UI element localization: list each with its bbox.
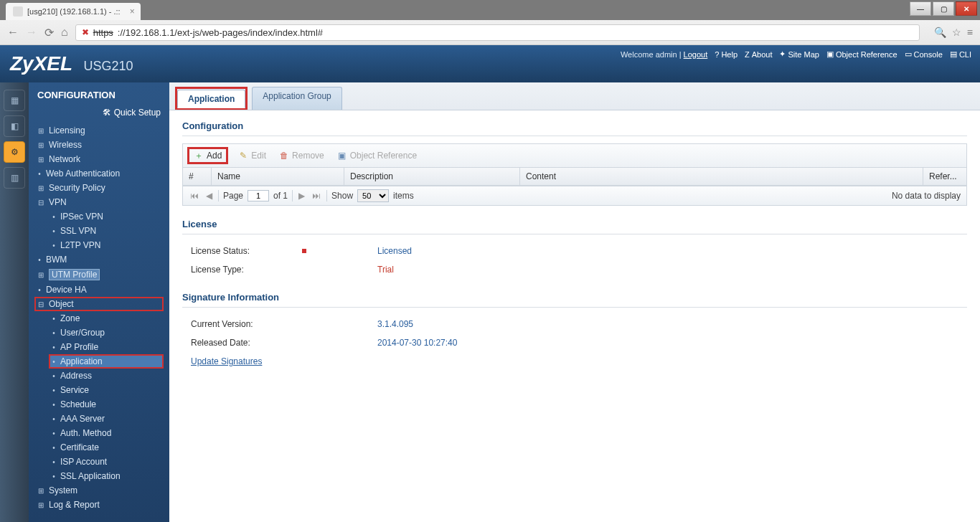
bullet-icon: • — [37, 170, 42, 178]
license-type-row: License Type: Trial — [182, 260, 967, 279]
sig-version-value: 3.1.4.095 — [377, 319, 413, 329]
pager: ⏮ ◀ Page of 1 ▶ ⏭ Show 50 items No data … — [183, 186, 966, 205]
bullet-icon: • — [52, 372, 56, 380]
sidebar-item-security[interactable]: ⊞Security Policy — [34, 181, 164, 195]
url-rest: ://192.168.1.1/ext-js/web-pages/index/in… — [118, 27, 323, 38]
section-configuration: Configuration — [182, 120, 967, 131]
bullet-icon: • — [52, 329, 56, 337]
add-button-highlight: ＋Add — [187, 147, 228, 164]
back-icon[interactable]: ← — [7, 26, 19, 39]
sig-version-row: Current Version: 3.1.4.095 — [182, 315, 967, 333]
license-type-label: License Type: — [191, 265, 377, 275]
sidebar-item-l2tp[interactable]: •L2TP VPN — [49, 238, 164, 252]
tab-application-highlight: Application — [175, 87, 248, 110]
rail-monitor[interactable]: ◧ — [4, 115, 25, 137]
url-protocol: https — [93, 27, 113, 38]
console-link[interactable]: ▭Console — [905, 49, 943, 59]
sidebar-item-application[interactable]: •Application — [49, 354, 164, 369]
window-minimize-button[interactable]: — — [910, 1, 931, 16]
favicon-icon — [13, 6, 23, 16]
pager-last-icon[interactable]: ⏭ — [311, 191, 322, 201]
sidebar-item-certificate[interactable]: •Certificate — [49, 440, 164, 455]
window-close-button[interactable]: ✕ — [956, 1, 977, 16]
tab-close-icon[interactable]: × — [130, 6, 135, 16]
divider — [292, 190, 293, 201]
pager-pagesize-select[interactable]: 50 — [357, 189, 389, 202]
update-signatures-link[interactable]: Update Signatures — [191, 356, 262, 366]
home-icon[interactable]: ⌂ — [61, 26, 68, 39]
add-button[interactable]: ＋Add — [191, 149, 225, 162]
sidebar-item-approfile[interactable]: •AP Profile — [49, 340, 164, 354]
sidebar-item-service[interactable]: •Service — [49, 383, 164, 397]
rail-maintenance[interactable]: ▥ — [4, 167, 25, 189]
tab-application-group[interactable]: Application Group — [252, 87, 341, 110]
collapse-icon: ⊟ — [37, 199, 44, 207]
add-icon: ＋ — [194, 151, 204, 161]
sidebar-title: CONFIGURATION — [29, 82, 169, 105]
sidebar-item-usergroup[interactable]: •User/Group — [49, 326, 164, 340]
tab-application[interactable]: Application — [177, 90, 245, 108]
sidebar-item-zone[interactable]: •Zone — [49, 311, 164, 326]
sidebar-item-authmethod[interactable]: •Auth. Method — [49, 426, 164, 440]
bullet-icon: • — [52, 242, 56, 250]
help-link[interactable]: ?Help — [715, 50, 738, 59]
about-link[interactable]: ZAbout — [745, 50, 772, 59]
logout-link[interactable]: Logout — [684, 50, 708, 59]
bullet-icon: • — [37, 256, 42, 264]
sidebar-item-object[interactable]: ⊟Object — [34, 297, 164, 311]
reload-icon[interactable]: ⟳ — [44, 26, 54, 39]
sidebar-item-logreport[interactable]: ⊞Log & Report — [34, 498, 164, 512]
sidebar-item-wireless[interactable]: ⊞Wireless — [34, 138, 164, 152]
sidebar-item-deviceha[interactable]: •Device HA — [34, 283, 164, 297]
sidebar-item-vpn[interactable]: ⊟VPN — [34, 195, 164, 209]
col-num[interactable]: # — [183, 168, 212, 185]
sitemap-link[interactable]: ✦Site Map — [779, 49, 819, 59]
url-bar[interactable]: ✖ https://192.168.1.1/ext-js/web-pages/i… — [75, 24, 920, 41]
sidebar-item-ispaccount[interactable]: •ISP Account — [49, 455, 164, 469]
rail-config[interactable]: ⚙ — [4, 141, 25, 163]
expand-icon: ⊞ — [37, 141, 44, 149]
data-grid: # Name Description Content Refer... ⏮ ◀ … — [182, 168, 967, 206]
sidebar-item-system[interactable]: ⊞System — [34, 483, 164, 498]
sidebar-item-address[interactable]: •Address — [49, 369, 164, 383]
expand-icon: ⊞ — [37, 487, 44, 495]
sidebar-item-aaa[interactable]: •AAA Server — [49, 412, 164, 426]
sidebar-item-schedule[interactable]: •Schedule — [49, 397, 164, 412]
pager-page-input[interactable] — [248, 190, 269, 201]
sidebar-item-sslapp[interactable]: •SSL Application — [49, 469, 164, 483]
sidebar-item-webauth[interactable]: •Web Authentication — [34, 166, 164, 181]
quick-setup-link[interactable]: 🛠 Quick Setup — [29, 105, 169, 123]
col-refer[interactable]: Refer... — [923, 168, 966, 185]
objref-link[interactable]: ▣Object Reference — [826, 49, 897, 59]
col-content[interactable]: Content — [520, 168, 923, 185]
nav-tree: ⊞Licensing ⊞Wireless ⊞Network •Web Authe… — [29, 123, 169, 522]
col-description[interactable]: Description — [344, 168, 520, 185]
app-body: ▦ ◧ ⚙ ▥ CONFIGURATION 🛠 Quick Setup ⊞Lic… — [0, 82, 980, 522]
pager-next-icon[interactable]: ▶ — [297, 191, 306, 201]
license-status-row: License Status: Licensed — [182, 242, 967, 260]
sidebar-item-network[interactable]: ⊞Network — [34, 152, 164, 166]
search-icon[interactable]: 🔍 — [934, 27, 946, 38]
edit-icon: ✎ — [238, 151, 248, 161]
cli-link[interactable]: ▤CLI — [950, 49, 971, 59]
browser-tab[interactable]: [usg210] (192.168.1.1) - .:: × — [6, 3, 141, 20]
sidebar-item-ipsec[interactable]: •IPSec VPN — [49, 209, 164, 224]
bullet-icon: • — [52, 415, 56, 423]
sidebar-item-bwm[interactable]: •BWM — [34, 252, 164, 267]
bookmark-icon[interactable]: ☆ — [952, 27, 961, 38]
collapse-icon: ⊟ — [37, 300, 44, 308]
menu-icon[interactable]: ≡ — [967, 27, 973, 38]
window-maximize-button[interactable]: ▢ — [933, 1, 954, 16]
sidebar-item-sslvpn[interactable]: •SSL VPN — [49, 224, 164, 238]
sidebar-item-utm[interactable]: ⊞UTM Profile — [34, 267, 164, 283]
sidebar-item-licensing[interactable]: ⊞Licensing — [34, 123, 164, 138]
pager-first-icon[interactable]: ⏮ — [189, 191, 200, 201]
col-name[interactable]: Name — [212, 168, 344, 185]
rail-dashboard[interactable]: ▦ — [4, 90, 25, 111]
expand-icon: ⊞ — [37, 127, 44, 135]
app-header: ZyXEL USG210 Welcome admin | Logout ?Hel… — [0, 45, 980, 82]
pager-prev-icon[interactable]: ◀ — [204, 191, 214, 201]
forward-icon[interactable]: → — [26, 26, 37, 39]
cli-icon: ▤ — [950, 49, 957, 59]
bullet-icon: • — [52, 473, 56, 480]
